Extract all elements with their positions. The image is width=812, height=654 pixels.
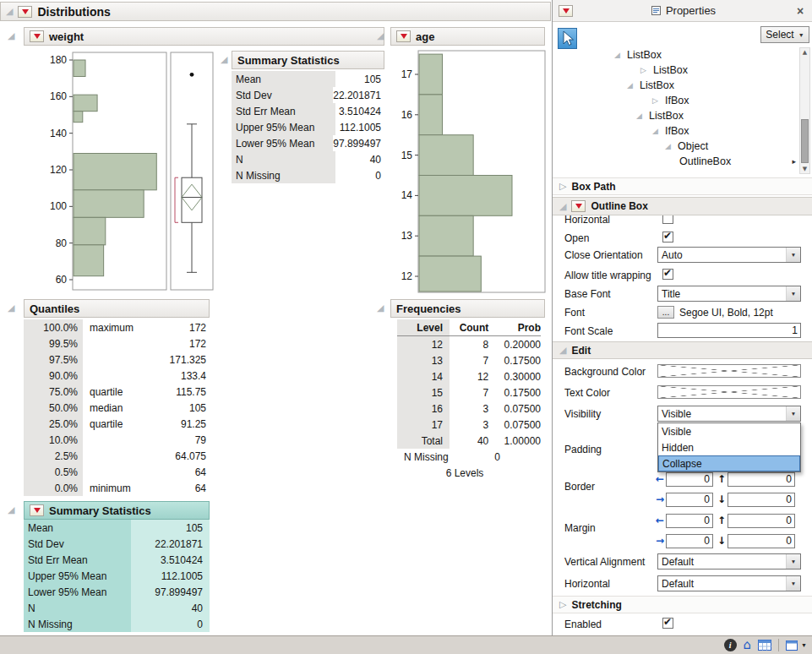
margin-top-value: 0 (786, 515, 792, 526)
arrow-up-icon[interactable] (716, 515, 728, 526)
tree-expanded-icon[interactable] (636, 112, 649, 120)
disclosure-icon[interactable] (559, 600, 566, 609)
summary-statistics-outline-header[interactable]: Summary Statistics (232, 51, 384, 69)
background-color-swatch[interactable] (657, 364, 801, 378)
tree-item[interactable]: ListBox (608, 63, 799, 78)
disclosure-icon[interactable] (559, 346, 566, 355)
tree-scrollbar[interactable]: ▲ ▼ (799, 47, 810, 174)
table-row: Upper 95% Mean112.1005 (24, 568, 210, 584)
tree-item[interactable]: Object (608, 139, 799, 154)
tree-expanded-icon[interactable] (652, 127, 665, 135)
tree-collapsed-icon[interactable] (652, 96, 665, 105)
tree-item[interactable]: IfBox (608, 93, 799, 108)
arrow-down-icon[interactable] (716, 536, 728, 546)
scroll-down-icon[interactable]: ▼ (800, 166, 809, 172)
table-row: Std Err Mean3.510424 (24, 552, 210, 568)
disclosure-icon[interactable] (8, 31, 14, 41)
arrow-down-icon[interactable] (716, 494, 728, 504)
weight-histogram-boxplot-canvas[interactable]: 1801601401201008060 (46, 47, 215, 294)
vertical-alignment-label: Vertical Alignment (564, 556, 645, 568)
base-font-dropdown[interactable]: Title (657, 286, 801, 302)
scroll-up-icon[interactable]: ▲ (800, 49, 809, 56)
margin-top-input[interactable]: 0 (728, 514, 795, 528)
age-histogram-canvas[interactable]: 171615141312 (395, 47, 548, 294)
tree-item[interactable]: ListBox (608, 108, 799, 123)
arrow-left-icon[interactable] (654, 515, 666, 526)
disclosure-icon[interactable] (559, 182, 566, 191)
tree-item-label: ListBox (640, 79, 674, 91)
box-path-section-header[interactable]: Box Path (553, 177, 812, 195)
text-color-swatch[interactable] (657, 385, 801, 399)
tree-expanded-icon[interactable] (614, 51, 627, 59)
distributions-outline-header[interactable]: Distributions (0, 2, 551, 21)
close-orientation-dropdown[interactable]: Auto (657, 247, 801, 263)
open-checkbox[interactable] (662, 232, 673, 243)
disclosure-icon[interactable] (221, 55, 227, 64)
quantiles-outline-header[interactable]: Quantiles (24, 299, 210, 318)
weight-outline-header[interactable]: weight (24, 27, 384, 46)
close-icon[interactable] (793, 4, 807, 18)
disclosure-icon[interactable] (8, 505, 14, 515)
allow-title-wrapping-checkbox[interactable] (662, 269, 673, 280)
tree-item[interactable]: ListBox (608, 78, 799, 93)
red-triangle-menu-icon[interactable] (30, 30, 44, 42)
border-left-input[interactable]: 0 (666, 472, 713, 487)
margin-left-input[interactable]: 0 (666, 514, 713, 528)
red-triangle-menu-icon[interactable] (571, 200, 586, 212)
tree-expanded-icon[interactable] (665, 142, 678, 150)
enabled-checkbox[interactable] (662, 618, 673, 629)
margin-right-input[interactable]: 0 (666, 534, 713, 548)
info-icon[interactable] (724, 639, 737, 651)
table-row: 99.5%172 (24, 335, 210, 352)
tree-item[interactable]: IfBox (608, 123, 799, 139)
vertical-alignment-dropdown[interactable]: Default (657, 553, 801, 570)
margin-bottom-input[interactable]: 0 (728, 534, 795, 548)
dropdown-option-visible[interactable]: Visible (658, 423, 800, 439)
font-scale-input[interactable]: 1 (657, 323, 801, 338)
red-triangle-menu-icon[interactable] (559, 5, 573, 17)
border-top-input[interactable]: 0 (728, 472, 795, 487)
arrow-up-icon[interactable] (716, 474, 728, 484)
stat-label: Std Dev (232, 87, 333, 103)
chevron-down-icon (786, 554, 800, 569)
red-triangle-menu-icon[interactable] (396, 30, 411, 42)
stat-label: N (24, 600, 131, 616)
window-list-dropdown[interactable] (786, 640, 807, 651)
border-right-input[interactable]: 0 (666, 493, 713, 507)
tree-item-selected[interactable]: OutlineBox (608, 154, 799, 169)
horizontal-alignment-dropdown[interactable]: Default (657, 575, 801, 591)
table-row: N40 (232, 151, 384, 167)
red-triangle-menu-icon[interactable] (30, 504, 44, 516)
visibility-dropdown[interactable]: Visible (657, 406, 801, 422)
arrow-left-icon[interactable] (654, 474, 666, 484)
arrow-right-icon[interactable] (654, 494, 666, 504)
arrow-right-icon[interactable] (654, 536, 666, 546)
age-outline-header[interactable]: age (390, 27, 545, 46)
scrollbar-thumb[interactable] (801, 119, 809, 163)
cursor-tool-button[interactable] (558, 28, 577, 49)
table-row: Lower 95% Mean97.899497 (232, 135, 384, 151)
tree-item[interactable]: ListBox (608, 47, 799, 63)
disclosure-icon[interactable] (6, 7, 13, 16)
dropdown-option-collapse[interactable]: Collapse (658, 455, 800, 471)
dropdown-option-hidden[interactable]: Hidden (658, 439, 800, 455)
disclosure-icon[interactable] (559, 202, 566, 211)
frequencies-outline-header[interactable]: Frequencies (390, 299, 545, 318)
tree-expanded-icon[interactable] (627, 81, 640, 90)
disclosure-icon[interactable] (377, 31, 384, 41)
data-table-icon[interactable] (758, 640, 771, 651)
disclosure-icon[interactable] (377, 303, 384, 313)
font-picker-button[interactable]: ... (657, 306, 674, 319)
summary-statistics-selected-header[interactable]: Summary Statistics (24, 501, 210, 520)
disclosure-icon[interactable] (8, 303, 14, 313)
select-mode-button[interactable]: Select (760, 26, 809, 43)
table-row: N Missing0 (232, 167, 384, 183)
edit-section-header[interactable]: Edit (553, 341, 812, 359)
tree-more-icon[interactable] (792, 157, 796, 166)
home-window-icon[interactable] (744, 639, 752, 651)
outline-box-section-header[interactable]: Outline Box (553, 197, 812, 215)
red-triangle-menu-icon[interactable] (18, 6, 32, 18)
border-bottom-input[interactable]: 0 (728, 493, 795, 507)
tree-collapsed-icon[interactable] (640, 66, 653, 74)
stretching-section-header[interactable]: Stretching (553, 596, 812, 613)
